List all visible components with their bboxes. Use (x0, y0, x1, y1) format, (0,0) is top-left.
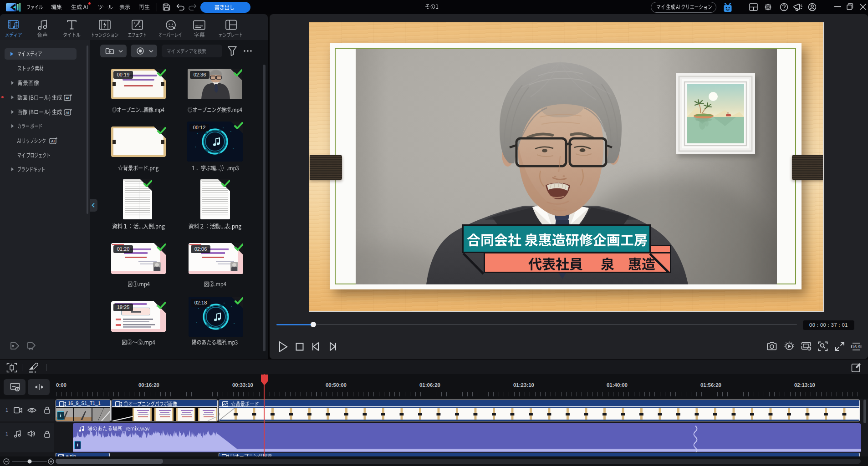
svg-text:16:9: 16:9 (852, 344, 861, 349)
svg-text:AI: AI (51, 139, 55, 143)
svg-text:AI: AI (66, 111, 69, 115)
svg-text:AI: AI (66, 96, 69, 100)
